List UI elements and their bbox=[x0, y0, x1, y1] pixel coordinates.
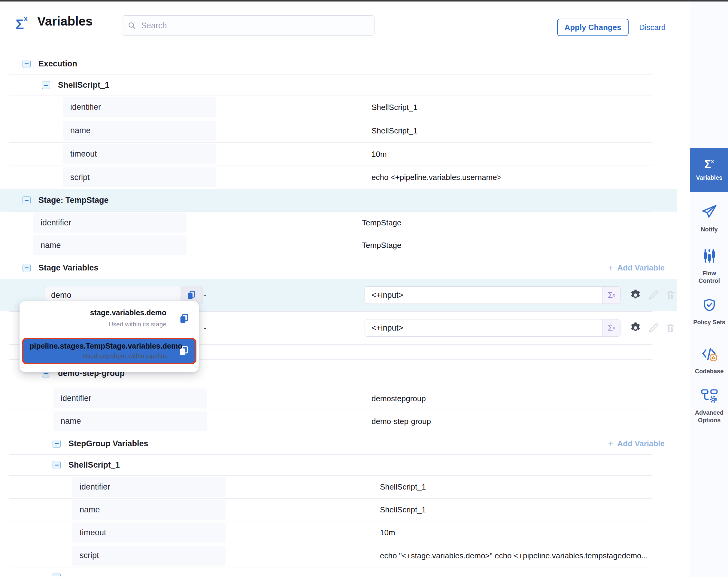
field-value: demo-step-group bbox=[371, 417, 431, 426]
section-row-stage-tempstage: Stage: TempStage bbox=[0, 189, 677, 211]
section-label: ShellScript_1 bbox=[58, 80, 109, 90]
field-label: timeout bbox=[72, 523, 226, 543]
field-label: name bbox=[72, 500, 226, 520]
section-label: Stage Variables bbox=[38, 263, 99, 273]
shield-check-icon bbox=[702, 298, 717, 315]
kv-row-identifier: identifierdemostepgroup bbox=[0, 387, 677, 410]
sidebar-item-notify[interactable]: Notify bbox=[690, 203, 728, 233]
kv-row-script: scriptecho <+pipeline.variables.username… bbox=[0, 166, 677, 189]
kv-row-timeout: timeout10m bbox=[0, 143, 677, 166]
delete-trash-icon[interactable] bbox=[665, 290, 676, 301]
paper-plane-icon bbox=[701, 203, 718, 222]
search-input[interactable] bbox=[140, 21, 369, 31]
field-value: ShellScript_1 bbox=[371, 102, 417, 112]
field-label: identifier bbox=[33, 213, 186, 233]
row-actions bbox=[629, 321, 676, 334]
expression-toggle-icon[interactable]: Σx bbox=[602, 320, 620, 336]
scope-description: Used within its stage bbox=[22, 321, 166, 328]
section-label: StepGroup Variables bbox=[69, 439, 148, 448]
field-value: 10m bbox=[371, 149, 387, 159]
field-label: identifier bbox=[53, 388, 207, 408]
edit-pencil-icon[interactable] bbox=[648, 289, 659, 301]
sidebar-item-advanced-options[interactable]: Advanced Options bbox=[690, 388, 728, 424]
section-row-stepgroup-variables: StepGroup Variables+Add Variable bbox=[0, 433, 677, 454]
scope-option-stage[interactable]: stage.variables.demo Used within its sta… bbox=[22, 308, 197, 334]
settings-gear-icon[interactable] bbox=[629, 288, 642, 302]
search-icon bbox=[127, 21, 136, 30]
sidebar-item-label: Notify bbox=[699, 226, 720, 233]
section-row-stage-variables: Stage Variables+Add Variable bbox=[0, 257, 677, 279]
copy-icon[interactable] bbox=[178, 312, 190, 326]
sliders-icon bbox=[702, 249, 717, 266]
variable-value-input[interactable]: <+input>Σx bbox=[365, 319, 621, 336]
required-indicator: - bbox=[204, 290, 206, 300]
code-warning-icon bbox=[701, 347, 718, 363]
sidebar-item-policy-sets[interactable]: Policy Sets bbox=[690, 298, 728, 326]
kv-row-name: nameShellScript_1 bbox=[0, 498, 677, 521]
collapse-icon[interactable] bbox=[42, 81, 50, 89]
required-indicator: - bbox=[204, 323, 206, 333]
field-value: echo "<+stage.variables.demo>" echo <+pi… bbox=[380, 551, 648, 560]
row-actions bbox=[629, 288, 676, 302]
collapse-icon[interactable] bbox=[53, 440, 61, 448]
kv-row-identifier: identifierShellScript_1 bbox=[0, 475, 677, 498]
field-label: timeout bbox=[63, 144, 216, 164]
section-label: ShellScript_1 bbox=[69, 460, 120, 470]
sidebar-item-label: Variables bbox=[694, 174, 724, 181]
field-label: name bbox=[63, 121, 216, 141]
kv-row-timeout: timeout10m bbox=[0, 521, 677, 544]
sidebar-item-label: Policy Sets bbox=[691, 319, 727, 326]
page-title: Variables bbox=[37, 14, 93, 29]
scope-option-pipeline[interactable]: pipeline.stages.TempStage.variables.demo… bbox=[22, 338, 197, 364]
collapse-icon[interactable] bbox=[53, 461, 61, 469]
section-label: Execution bbox=[38, 59, 77, 69]
kv-row-identifier: identifierShellScript_1 bbox=[0, 96, 677, 119]
field-value: TempStage bbox=[362, 218, 401, 227]
field-value: ShellScript_1 bbox=[371, 126, 417, 135]
sidebar-item-variables[interactable]: Σx Variables bbox=[690, 148, 728, 192]
scope-path: pipeline.stages.TempStage.variables.demo bbox=[29, 342, 168, 350]
section-row-shellscript-1: ShellScript_1 bbox=[0, 75, 677, 96]
kv-row-name: namedemo-step-group bbox=[0, 410, 677, 433]
sidebar-item-label: Codebase bbox=[693, 368, 726, 375]
field-value: TempStage bbox=[362, 241, 401, 250]
section-label: Stage: TempStage bbox=[38, 196, 109, 205]
sidebar-item-label: Flow Control bbox=[690, 270, 728, 284]
field-label: name bbox=[33, 235, 186, 255]
top-window-bar bbox=[0, 0, 728, 1]
search-box[interactable] bbox=[122, 15, 375, 36]
section-row-execution: Execution bbox=[0, 53, 677, 75]
apply-changes-button[interactable]: Apply Changes bbox=[557, 19, 629, 36]
sidebar-item-codebase[interactable]: Codebase bbox=[690, 347, 728, 375]
discard-button[interactable]: Discard bbox=[639, 19, 666, 36]
scope-description: Used anywhere within pipeline bbox=[29, 352, 168, 359]
kv-row-script: scriptecho "<+stage.variables.demo>" ech… bbox=[0, 544, 677, 567]
variable-value-input[interactable]: <+input>Σx bbox=[365, 286, 621, 304]
settings-gear-icon[interactable] bbox=[629, 321, 642, 334]
copy-icon[interactable] bbox=[178, 345, 190, 358]
field-value: 10m bbox=[380, 528, 395, 537]
collapse-icon[interactable] bbox=[23, 60, 31, 68]
variables-panel-header: Σx Variables Apply Changes Discard bbox=[0, 1, 690, 51]
add-variable-button[interactable]: +Add Variable bbox=[608, 263, 665, 273]
scope-path: stage.variables.demo bbox=[22, 308, 166, 317]
partial-section-row bbox=[0, 567, 677, 576]
variable-scope-popup: stage.variables.demo Used within its sta… bbox=[20, 301, 199, 372]
kv-row-name: nameTempStage bbox=[0, 234, 677, 257]
collapse-icon[interactable] bbox=[53, 573, 61, 576]
flow-gear-icon bbox=[701, 388, 718, 405]
field-label: script bbox=[63, 167, 216, 187]
edit-pencil-icon[interactable] bbox=[648, 322, 659, 334]
collapse-icon[interactable] bbox=[23, 264, 31, 272]
sidebar-item-flow-control[interactable]: Flow Control bbox=[690, 249, 728, 284]
field-value: ShellScript_1 bbox=[380, 505, 426, 515]
field-label: identifier bbox=[72, 477, 226, 497]
field-label: script bbox=[72, 546, 226, 566]
field-value: echo <+pipeline.variables.username> bbox=[371, 173, 501, 182]
add-variable-button[interactable]: +Add Variable bbox=[608, 439, 665, 448]
expression-toggle-icon[interactable]: Σx bbox=[602, 287, 620, 303]
delete-trash-icon[interactable] bbox=[665, 322, 676, 333]
sidebar-item-label: Advanced Options bbox=[690, 409, 728, 424]
collapse-icon[interactable] bbox=[23, 196, 31, 204]
kv-row-name: nameShellScript_1 bbox=[0, 119, 677, 143]
